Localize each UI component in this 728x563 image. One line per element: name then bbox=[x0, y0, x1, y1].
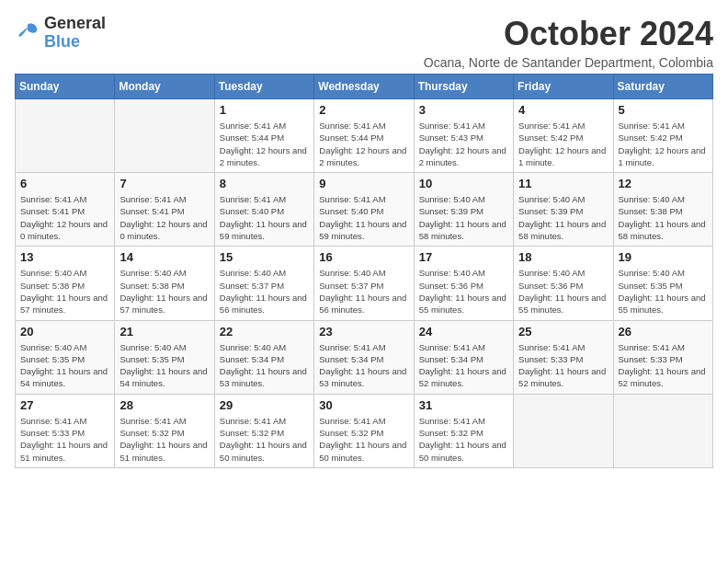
day-info: Sunrise: 5:41 AMSunset: 5:42 PMDaylight:… bbox=[518, 120, 608, 168]
weekday-header: Monday bbox=[115, 75, 214, 99]
calendar-cell: 5Sunrise: 5:41 AMSunset: 5:42 PMDaylight… bbox=[613, 99, 712, 173]
day-number: 13 bbox=[20, 250, 109, 264]
day-info: Sunrise: 5:40 AMSunset: 5:36 PMDaylight:… bbox=[419, 267, 508, 316]
day-number: 31 bbox=[419, 398, 508, 412]
calendar-week-row: 27Sunrise: 5:41 AMSunset: 5:33 PMDayligh… bbox=[16, 394, 713, 467]
calendar-cell bbox=[115, 99, 214, 173]
calendar-cell: 25Sunrise: 5:41 AMSunset: 5:33 PMDayligh… bbox=[514, 320, 613, 394]
calendar-cell bbox=[16, 99, 115, 173]
day-info: Sunrise: 5:40 AMSunset: 5:35 PMDaylight:… bbox=[119, 341, 209, 390]
day-number: 4 bbox=[518, 103, 608, 117]
calendar-cell: 12Sunrise: 5:40 AMSunset: 5:38 PMDayligh… bbox=[613, 173, 712, 247]
calendar-cell: 7Sunrise: 5:41 AMSunset: 5:41 PMDaylight… bbox=[115, 173, 214, 247]
day-number: 3 bbox=[419, 103, 508, 117]
calendar-cell: 3Sunrise: 5:41 AMSunset: 5:43 PMDaylight… bbox=[414, 99, 513, 173]
day-info: Sunrise: 5:41 AMSunset: 5:33 PMDaylight:… bbox=[518, 341, 608, 390]
day-number: 16 bbox=[319, 250, 408, 264]
day-info: Sunrise: 5:40 AMSunset: 5:39 PMDaylight:… bbox=[518, 193, 608, 242]
day-number: 10 bbox=[419, 177, 508, 190]
day-info: Sunrise: 5:41 AMSunset: 5:44 PMDaylight:… bbox=[319, 120, 408, 168]
day-info: Sunrise: 5:40 AMSunset: 5:38 PMDaylight:… bbox=[20, 267, 109, 316]
calendar-week-row: 1Sunrise: 5:41 AMSunset: 5:44 PMDaylight… bbox=[16, 99, 713, 173]
calendar-week-row: 20Sunrise: 5:40 AMSunset: 5:35 PMDayligh… bbox=[16, 320, 713, 394]
calendar-cell: 13Sunrise: 5:40 AMSunset: 5:38 PMDayligh… bbox=[16, 247, 115, 320]
calendar-cell: 28Sunrise: 5:41 AMSunset: 5:32 PMDayligh… bbox=[115, 394, 214, 467]
calendar-cell: 8Sunrise: 5:41 AMSunset: 5:40 PMDaylight… bbox=[214, 173, 313, 247]
day-number: 8 bbox=[220, 177, 309, 190]
calendar-cell: 4Sunrise: 5:41 AMSunset: 5:42 PMDaylight… bbox=[514, 99, 613, 173]
day-info: Sunrise: 5:41 AMSunset: 5:34 PMDaylight:… bbox=[319, 341, 408, 390]
weekday-header: Tuesday bbox=[214, 75, 313, 99]
day-number: 9 bbox=[319, 177, 408, 190]
day-info: Sunrise: 5:41 AMSunset: 5:41 PMDaylight:… bbox=[119, 193, 209, 242]
calendar-cell: 15Sunrise: 5:40 AMSunset: 5:37 PMDayligh… bbox=[214, 247, 313, 320]
day-number: 20 bbox=[20, 325, 109, 339]
day-info: Sunrise: 5:40 AMSunset: 5:37 PMDaylight:… bbox=[319, 267, 408, 316]
day-info: Sunrise: 5:41 AMSunset: 5:44 PMDaylight:… bbox=[220, 120, 309, 168]
day-info: Sunrise: 5:41 AMSunset: 5:40 PMDaylight:… bbox=[319, 193, 408, 242]
day-info: Sunrise: 5:41 AMSunset: 5:32 PMDaylight:… bbox=[419, 415, 508, 464]
calendar-cell: 23Sunrise: 5:41 AMSunset: 5:34 PMDayligh… bbox=[314, 320, 414, 394]
day-info: Sunrise: 5:40 AMSunset: 5:38 PMDaylight:… bbox=[619, 193, 708, 242]
day-info: Sunrise: 5:41 AMSunset: 5:41 PMDaylight:… bbox=[20, 193, 109, 242]
day-info: Sunrise: 5:41 AMSunset: 5:42 PMDaylight:… bbox=[619, 120, 708, 168]
logo: General Blue bbox=[15, 15, 106, 52]
calendar-cell: 27Sunrise: 5:41 AMSunset: 5:33 PMDayligh… bbox=[16, 394, 115, 467]
day-info: Sunrise: 5:40 AMSunset: 5:38 PMDaylight:… bbox=[119, 267, 209, 316]
day-info: Sunrise: 5:41 AMSunset: 5:34 PMDaylight:… bbox=[419, 341, 508, 390]
calendar-cell: 10Sunrise: 5:40 AMSunset: 5:39 PMDayligh… bbox=[414, 173, 513, 247]
calendar-cell: 17Sunrise: 5:40 AMSunset: 5:36 PMDayligh… bbox=[414, 247, 513, 320]
calendar-cell: 30Sunrise: 5:41 AMSunset: 5:32 PMDayligh… bbox=[314, 394, 414, 467]
calendar-cell: 19Sunrise: 5:40 AMSunset: 5:35 PMDayligh… bbox=[613, 247, 712, 320]
day-number: 28 bbox=[119, 398, 209, 412]
calendar-cell: 22Sunrise: 5:40 AMSunset: 5:34 PMDayligh… bbox=[214, 320, 313, 394]
calendar-cell bbox=[613, 394, 712, 467]
calendar-cell: 11Sunrise: 5:40 AMSunset: 5:39 PMDayligh… bbox=[514, 173, 613, 247]
day-info: Sunrise: 5:41 AMSunset: 5:43 PMDaylight:… bbox=[419, 120, 508, 168]
location-subtitle: Ocana, Norte de Santander Department, Co… bbox=[424, 55, 713, 70]
weekday-header: Friday bbox=[514, 75, 613, 99]
calendar-cell: 24Sunrise: 5:41 AMSunset: 5:34 PMDayligh… bbox=[414, 320, 513, 394]
weekday-header: Sunday bbox=[16, 75, 115, 99]
weekday-header: Saturday bbox=[613, 75, 712, 99]
day-number: 29 bbox=[220, 398, 309, 412]
calendar-cell: 1Sunrise: 5:41 AMSunset: 5:44 PMDaylight… bbox=[214, 99, 313, 173]
day-info: Sunrise: 5:40 AMSunset: 5:36 PMDaylight:… bbox=[518, 267, 608, 316]
calendar-week-row: 13Sunrise: 5:40 AMSunset: 5:38 PMDayligh… bbox=[16, 247, 713, 320]
calendar-cell: 9Sunrise: 5:41 AMSunset: 5:40 PMDaylight… bbox=[314, 173, 414, 247]
calendar-cell: 21Sunrise: 5:40 AMSunset: 5:35 PMDayligh… bbox=[115, 320, 214, 394]
weekday-header: Thursday bbox=[414, 75, 513, 99]
day-info: Sunrise: 5:40 AMSunset: 5:39 PMDaylight:… bbox=[419, 193, 508, 242]
day-number: 7 bbox=[119, 177, 209, 190]
calendar-cell: 2Sunrise: 5:41 AMSunset: 5:44 PMDaylight… bbox=[314, 99, 414, 173]
day-number: 6 bbox=[20, 177, 109, 190]
day-number: 25 bbox=[518, 325, 608, 339]
calendar-table: SundayMondayTuesdayWednesdayThursdayFrid… bbox=[15, 74, 713, 468]
day-info: Sunrise: 5:41 AMSunset: 5:32 PMDaylight:… bbox=[119, 415, 209, 464]
day-number: 27 bbox=[20, 398, 109, 412]
day-number: 17 bbox=[419, 250, 508, 264]
logo-text: General Blue bbox=[44, 15, 106, 52]
day-info: Sunrise: 5:40 AMSunset: 5:35 PMDaylight:… bbox=[619, 267, 708, 316]
day-number: 11 bbox=[518, 177, 608, 190]
day-number: 12 bbox=[619, 177, 708, 190]
day-number: 24 bbox=[419, 325, 508, 339]
day-info: Sunrise: 5:41 AMSunset: 5:40 PMDaylight:… bbox=[220, 193, 309, 242]
calendar-cell: 20Sunrise: 5:40 AMSunset: 5:35 PMDayligh… bbox=[16, 320, 115, 394]
day-info: Sunrise: 5:40 AMSunset: 5:35 PMDaylight:… bbox=[20, 341, 109, 390]
title-block: October 2024 Ocana, Norte de Santander D… bbox=[424, 15, 713, 70]
day-number: 22 bbox=[220, 325, 309, 339]
calendar-header-row: SundayMondayTuesdayWednesdayThursdayFrid… bbox=[16, 75, 713, 99]
logo-icon bbox=[15, 20, 40, 46]
day-number: 15 bbox=[220, 250, 309, 264]
calendar-cell: 29Sunrise: 5:41 AMSunset: 5:32 PMDayligh… bbox=[214, 394, 313, 467]
day-number: 5 bbox=[619, 103, 708, 117]
day-info: Sunrise: 5:40 AMSunset: 5:37 PMDaylight:… bbox=[220, 267, 309, 316]
day-info: Sunrise: 5:41 AMSunset: 5:33 PMDaylight:… bbox=[619, 341, 708, 390]
day-info: Sunrise: 5:41 AMSunset: 5:32 PMDaylight:… bbox=[319, 415, 408, 464]
calendar-cell bbox=[514, 394, 613, 467]
day-info: Sunrise: 5:41 AMSunset: 5:32 PMDaylight:… bbox=[220, 415, 309, 464]
calendar-cell: 26Sunrise: 5:41 AMSunset: 5:33 PMDayligh… bbox=[613, 320, 712, 394]
month-title: October 2024 bbox=[424, 15, 713, 53]
calendar-cell: 16Sunrise: 5:40 AMSunset: 5:37 PMDayligh… bbox=[314, 247, 414, 320]
